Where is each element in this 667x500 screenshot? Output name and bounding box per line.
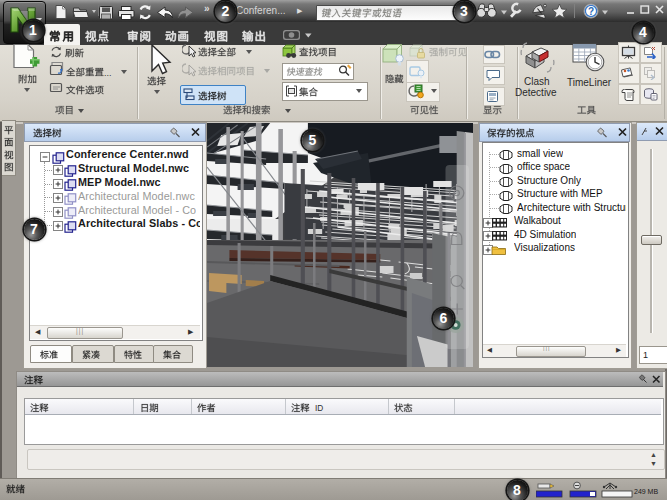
svg-text:?: ? [588,6,594,17]
